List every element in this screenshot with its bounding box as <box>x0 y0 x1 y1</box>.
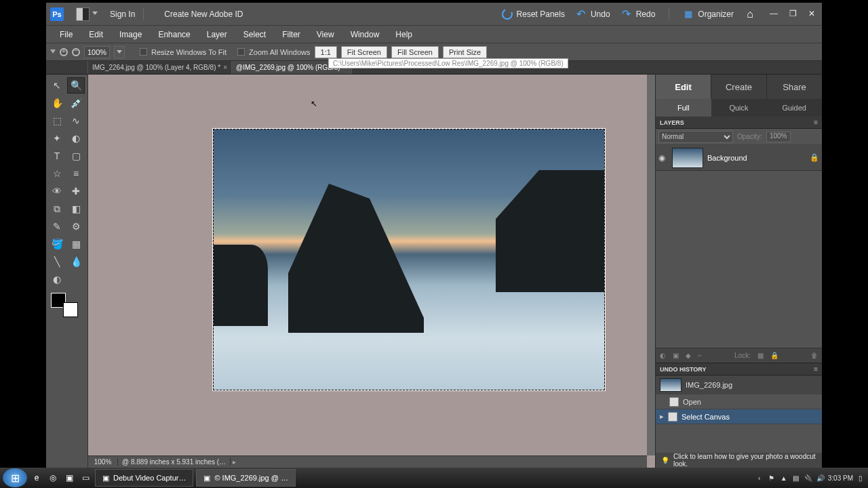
reset-panels-button[interactable]: Reset Panels <box>496 6 570 22</box>
new-fill-icon[interactable]: ◆ <box>686 352 691 359</box>
zoom-all-checkbox[interactable] <box>237 48 245 56</box>
tray-volume-icon[interactable]: 🔊 <box>816 473 825 483</box>
close-button[interactable]: ✕ <box>806 9 818 19</box>
eraser-tool[interactable]: ◧ <box>67 201 85 217</box>
undo-button[interactable]: Undo <box>570 6 616 22</box>
mode-tab-edit[interactable]: Edit <box>656 75 711 99</box>
hand-tool[interactable]: ✋ <box>48 95 66 111</box>
new-mask-icon[interactable]: ▣ <box>673 352 679 359</box>
scrollbar-vertical[interactable] <box>647 75 655 455</box>
spot-healing-tool[interactable]: ✚ <box>67 183 85 199</box>
fit-screen-button[interactable]: Fit Screen <box>341 46 387 58</box>
gradient-tool[interactable]: ▦ <box>67 236 85 252</box>
canvas-area[interactable]: ↖ 100% @ 8.889 inches x 5.931 inches (… … <box>88 75 655 468</box>
mode-tab-share[interactable]: Share <box>766 75 822 99</box>
paint-bucket-tool[interactable]: 🪣 <box>48 236 66 252</box>
create-adobe-id-link[interactable]: Create New Adobe ID <box>164 9 243 19</box>
organizer-button[interactable]: Organizer <box>677 6 739 22</box>
smart-brush-tool[interactable]: ⚙ <box>67 218 85 235</box>
quick-selection-tool[interactable]: ◐ <box>67 130 85 146</box>
submode-tab-full[interactable]: Full <box>656 99 711 117</box>
quick-launch-desktop-icon[interactable]: ▭ <box>79 471 92 485</box>
layer-row[interactable]: ◉ Background 🔒 <box>656 145 822 171</box>
blend-mode-select[interactable]: Normal <box>658 131 733 143</box>
submode-tab-guided[interactable]: Guided <box>766 99 822 117</box>
lock-all-icon[interactable]: 🔒 <box>770 352 778 359</box>
taskbar-app-button[interactable]: ▣Debut Video Captur… <box>95 469 193 487</box>
cookie-cutter-tool[interactable]: ☆ <box>48 165 66 182</box>
zoom-in-icon[interactable] <box>60 48 68 56</box>
lock-pixels-icon[interactable]: ▦ <box>757 352 764 359</box>
menu-window[interactable]: Window <box>342 27 388 42</box>
menu-layer[interactable]: Layer <box>199 27 235 42</box>
menu-view[interactable]: View <box>309 27 342 42</box>
system-tray[interactable]: ‹ ⚑ ▲ ▤ 🔌 🔊 3:03 PM ▯ <box>755 473 865 483</box>
tray-network-icon[interactable]: ▤ <box>791 473 801 483</box>
menu-edit[interactable]: Edit <box>81 27 111 42</box>
layers-panel-header[interactable]: LAYERS≡ <box>656 117 822 129</box>
submode-tab-quick[interactable]: Quick <box>711 99 767 117</box>
print-size-button[interactable]: Print Size <box>443 46 487 58</box>
lasso-tool[interactable]: ∿ <box>67 113 85 129</box>
layer-thumbnail[interactable] <box>672 148 703 168</box>
clone-stamp-tool[interactable]: ⧉ <box>48 201 66 217</box>
zoom-level-field[interactable]: 100% <box>84 46 110 58</box>
brush-tool[interactable]: ✎ <box>48 218 66 235</box>
workspace-switcher[interactable] <box>76 7 90 21</box>
resize-windows-checkbox[interactable] <box>140 48 147 56</box>
tray-flag-icon[interactable]: ⚑ <box>767 473 776 483</box>
blur-tool[interactable]: 💧 <box>67 253 85 270</box>
link-layers-icon[interactable]: 𝄐 <box>698 352 702 360</box>
menu-select[interactable]: Select <box>235 27 274 42</box>
history-snapshot[interactable]: IMG_2269.jpg <box>656 375 822 394</box>
menu-help[interactable]: Help <box>387 27 420 42</box>
quick-launch-chrome-icon[interactable]: ◎ <box>46 471 60 485</box>
panel-menu-icon[interactable]: ≡ <box>814 119 818 126</box>
history-step[interactable]: Open <box>656 394 822 409</box>
zoom-dropdown[interactable] <box>114 46 125 58</box>
tray-chevron-icon[interactable]: ‹ <box>755 473 764 483</box>
move-tool[interactable]: ↖ <box>48 77 66 94</box>
layer-name[interactable]: Background <box>707 154 806 162</box>
marquee-tool[interactable]: ⬚ <box>48 113 66 129</box>
eyedropper-tool[interactable]: 💉 <box>67 95 85 111</box>
menu-image[interactable]: Image <box>111 27 150 42</box>
red-eye-tool[interactable]: 👁 <box>48 183 66 199</box>
mode-tab-create[interactable]: Create <box>711 75 766 99</box>
history-step[interactable]: ▸Select Canvas <box>656 409 822 424</box>
taskbar-app-button[interactable]: ▣© IMG_2269.jpg @ … <box>196 469 296 487</box>
document-tab[interactable]: IMG_2264.jpg @ 100% (Layer 4, RGB/8) *× <box>88 61 232 74</box>
shape-tool[interactable]: ╲ <box>48 253 66 270</box>
quick-launch-ie-icon[interactable]: e <box>30 471 43 485</box>
type-tool[interactable]: T <box>48 148 66 164</box>
redo-button[interactable]: Redo <box>616 6 661 22</box>
undo-history-header[interactable]: UNDO HISTORY≡ <box>656 363 822 375</box>
background-color[interactable] <box>63 302 78 317</box>
sign-in-link[interactable]: Sign In <box>110 9 135 19</box>
menu-file[interactable]: File <box>52 27 81 42</box>
tray-clock[interactable]: 3:03 PM <box>828 474 853 482</box>
straighten-tool[interactable]: ≡ <box>67 165 85 182</box>
menu-filter[interactable]: Filter <box>274 27 309 42</box>
tool-options-dropdown-icon[interactable] <box>50 49 56 55</box>
delete-layer-icon[interactable]: 🗑 <box>811 352 818 359</box>
zoom-tool[interactable]: 🔍 <box>67 77 85 94</box>
magic-wand-tool[interactable]: ✦ <box>48 130 66 146</box>
tip-bar[interactable]: Click to learn how to give your photo a … <box>656 453 822 468</box>
opacity-value[interactable]: 100% <box>766 131 791 142</box>
zoom-out-icon[interactable] <box>72 48 80 56</box>
workspace-dropdown-icon[interactable] <box>92 12 98 17</box>
status-zoom[interactable]: 100% <box>88 458 118 466</box>
maximize-button[interactable]: ❐ <box>787 9 799 19</box>
menu-enhance[interactable]: Enhance <box>150 27 198 42</box>
panel-menu-icon[interactable]: ≡ <box>814 365 818 373</box>
one-to-one-button[interactable]: 1:1 <box>315 46 337 58</box>
start-button[interactable] <box>3 468 27 487</box>
quick-launch-explorer-icon[interactable]: ▣ <box>62 471 76 485</box>
sponge-tool[interactable]: ◐ <box>48 271 66 287</box>
crop-tool[interactable]: ▢ <box>67 148 85 164</box>
close-tab-icon[interactable]: × <box>223 64 227 71</box>
fill-screen-button[interactable]: Fill Screen <box>391 46 439 58</box>
tray-shield-icon[interactable]: ▲ <box>779 473 789 483</box>
visibility-icon[interactable]: ◉ <box>658 153 668 163</box>
